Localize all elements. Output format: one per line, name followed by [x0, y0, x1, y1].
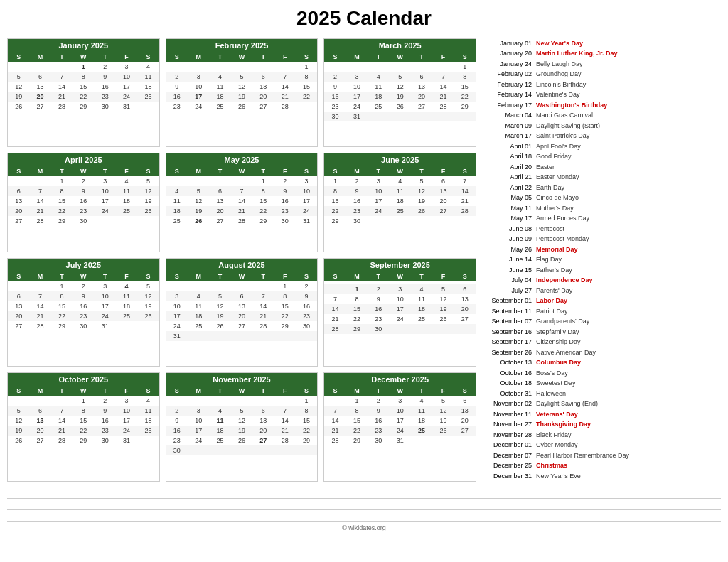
- month-calendar: September 2025SMTWTFS1234567891011121314…: [323, 258, 476, 367]
- cal-day: 2: [368, 396, 389, 406]
- cal-day: 5: [411, 176, 432, 186]
- cal-day: 24: [188, 102, 209, 112]
- cal-day: [137, 321, 159, 331]
- holiday-row: February 02Groundhog Day: [482, 70, 721, 80]
- cal-day: 28: [51, 102, 73, 112]
- cal-day: 1: [73, 62, 94, 72]
- cal-day: 13: [209, 196, 230, 206]
- cal-day: 13: [8, 301, 29, 311]
- cal-day: 17: [116, 82, 137, 92]
- cal-day: 18: [116, 301, 137, 311]
- cal-day: 26: [432, 314, 454, 324]
- month-header: November 2025: [166, 373, 318, 386]
- holiday-name: Flag Day: [536, 255, 562, 265]
- cal-day: 24: [346, 102, 368, 112]
- cal-day: 24: [116, 92, 137, 102]
- cal-day: 3: [116, 396, 137, 406]
- day-header: S: [166, 52, 188, 62]
- holiday-date: March 04: [482, 111, 532, 121]
- cal-day: [166, 176, 188, 186]
- month-calendar: December 2025SMTWTFS12345678910111213141…: [323, 372, 476, 481]
- cal-day: 26: [432, 426, 454, 436]
- day-header: S: [454, 271, 476, 281]
- cal-day: 24: [166, 321, 188, 331]
- cal-day: 29: [324, 216, 346, 226]
- cal-day: [116, 216, 137, 226]
- month-calendar: May 2025SMTWTFS1234567891011121314151617…: [166, 153, 318, 252]
- month-header: July 2025: [8, 259, 159, 271]
- day-header: W: [389, 386, 410, 396]
- cal-day: [116, 321, 137, 331]
- cal-day: 11: [389, 186, 410, 196]
- day-header: T: [51, 271, 73, 281]
- cal-day: 11: [368, 82, 389, 92]
- holiday-row: April 20Easter: [482, 162, 721, 173]
- cal-day: 28: [252, 321, 274, 331]
- cal-day: [29, 281, 50, 291]
- cal-day: 20: [252, 92, 274, 102]
- cal-day: 10: [368, 186, 389, 196]
- holiday-date: April 22: [482, 183, 532, 193]
- day-header: T: [209, 52, 230, 62]
- month-calendar: October 2025SMTWTFS123456789101112131415…: [7, 372, 160, 481]
- holiday-row: December 07Pearl Harbor Remembrance Day: [482, 450, 721, 461]
- holiday-row: July 27Parents' Day: [482, 286, 721, 296]
- day-header: M: [346, 166, 368, 176]
- cal-day: [51, 62, 73, 72]
- cal-day: 25: [188, 321, 209, 331]
- holiday-date: April 21: [482, 173, 532, 183]
- day-header: T: [209, 271, 230, 281]
- cal-day: 26: [137, 206, 159, 216]
- month-calendar: February 2025SMTWTFS12345678910111213141…: [166, 38, 318, 147]
- cal-day: 25: [209, 436, 230, 445]
- month-header: October 2025: [8, 373, 159, 386]
- cal-day: 29: [346, 436, 368, 445]
- day-header: F: [116, 386, 137, 396]
- cal-day: 25: [116, 206, 137, 216]
- day-header: W: [231, 271, 252, 281]
- cal-day: [389, 216, 410, 226]
- cal-day: 6: [252, 406, 274, 416]
- holiday-name: Columbus Day: [536, 358, 581, 368]
- day-header: S: [137, 386, 159, 396]
- holiday-row: March 04Mardi Gras Carnival: [482, 111, 721, 121]
- cal-table: SMTWTFS123456789101112131415161718192021…: [8, 52, 159, 112]
- holiday-row: September 01Labor Day: [482, 296, 721, 307]
- cal-day: 18: [209, 92, 230, 102]
- cal-table: SMTWTFS123456789101112131415161718192021…: [324, 166, 476, 226]
- holiday-name: Groundhog Day: [536, 70, 582, 80]
- cal-day: [137, 102, 159, 112]
- holiday-date: November 27: [482, 420, 532, 430]
- cal-day: 1: [454, 62, 476, 72]
- day-header: W: [389, 52, 410, 62]
- cal-day: 3: [389, 284, 410, 294]
- cal-day: 9: [368, 294, 389, 304]
- holiday-name: Easter: [536, 163, 555, 173]
- cal-day: 14: [432, 82, 454, 92]
- cal-day: 28: [454, 206, 476, 216]
- cal-day: 21: [29, 311, 50, 321]
- day-header: W: [73, 52, 94, 62]
- cal-day: 24: [389, 426, 410, 436]
- cal-day: 2: [274, 176, 296, 186]
- cal-day: 18: [137, 82, 159, 92]
- cal-day: 10: [188, 416, 209, 426]
- day-header: F: [432, 271, 454, 281]
- holiday-date: February 02: [482, 70, 532, 80]
- cal-day: 24: [389, 314, 410, 324]
- holiday-name: Memorial Day: [536, 245, 578, 255]
- cal-day: 21: [51, 426, 73, 436]
- cal-day: 12: [389, 82, 410, 92]
- cal-day: 25: [411, 426, 432, 436]
- cal-day: [411, 324, 432, 334]
- cal-day: [432, 436, 454, 445]
- cal-day: 6: [454, 396, 476, 406]
- cal-day: [454, 436, 476, 445]
- holiday-name: Cyber Monday: [536, 441, 578, 450]
- holiday-date: March 17: [482, 131, 532, 141]
- cal-day: 9: [166, 416, 188, 426]
- cal-day: [166, 396, 188, 406]
- cal-day: 31: [296, 216, 317, 226]
- cal-day: 22: [346, 314, 368, 324]
- cal-day: 14: [231, 196, 252, 206]
